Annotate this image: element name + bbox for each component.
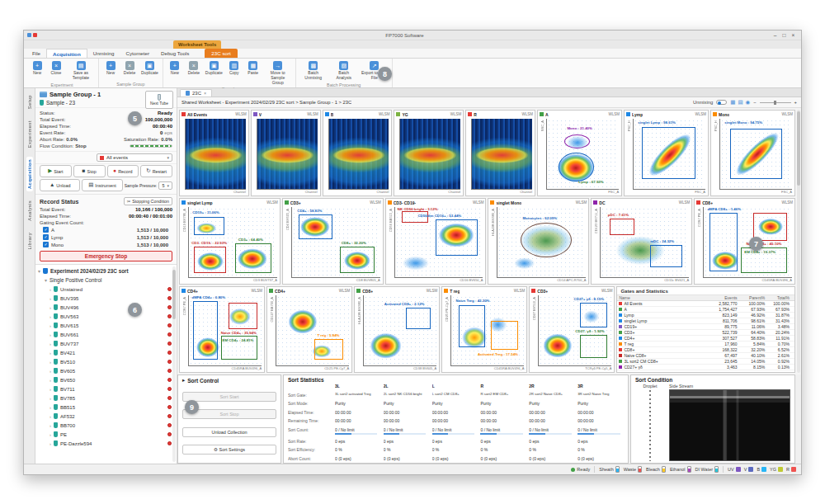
tree-item-bb515[interactable]: ›BB515: [38, 403, 177, 412]
stopping-condition-button[interactable]: ✂ Stopping Condition: [124, 197, 172, 205]
tree-group-single-positive-control[interactable]: ▾ Single Positive Control: [38, 276, 177, 285]
gate-region[interactable]: [340, 247, 375, 273]
worksheet-scrollbar[interactable]: [797, 110, 800, 373]
plot-canvas[interactable]: singlet Lymp : 98.61%FSC_HFSC_A: [633, 119, 705, 190]
gate-region[interactable]: [194, 247, 225, 273]
tree-item-af532[interactable]: ›AF532: [38, 412, 177, 421]
gate-region[interactable]: [650, 245, 681, 267]
ribbon-button-delete[interactable]: ×Delete: [121, 60, 138, 77]
ribbon-button-duplicate[interactable]: ▣Duplicate: [205, 60, 224, 77]
tree-item-bv711[interactable]: ›BV711: [38, 384, 177, 393]
checkbox-checked-icon[interactable]: ✓: [43, 242, 49, 247]
tree-item-bv605[interactable]: ›BV605: [38, 366, 177, 375]
chevron-right-icon[interactable]: ›: [50, 351, 51, 356]
chevron-right-icon[interactable]: ›: [50, 287, 51, 292]
maximize-button[interactable]: □: [780, 32, 789, 38]
transport-record-button[interactable]: ●Record: [107, 165, 139, 177]
menu-tab-unmixing[interactable]: Unmixing: [87, 49, 120, 58]
chevron-right-icon[interactable]: ›: [50, 332, 51, 337]
plot-canvas[interactable]: Channel: [257, 119, 318, 190]
chevron-right-icon[interactable]: ›: [50, 323, 51, 328]
menu-tab-cytometer[interactable]: Cytometer: [120, 49, 155, 58]
chevron-right-icon[interactable]: ›: [50, 314, 51, 319]
plot-canvas[interactable]: pDC : 7.61%mDC : 24.32%CD123 BV711_ACD11…: [600, 207, 689, 278]
chevron-right-icon[interactable]: ›: [50, 341, 51, 346]
ribbon-button-close[interactable]: ×Close: [48, 60, 64, 77]
chevron-right-icon[interactable]: ›: [50, 387, 51, 392]
tree-scrollbar[interactable]: [172, 266, 176, 462]
plot-canvas[interactable]: CD19+ : 11.06%CD3+ : 64.40%CD3- CD19- : …: [188, 207, 277, 278]
ribbon-button-move-to-sample-group[interactable]: →Move to Sample Group: [264, 60, 292, 86]
transport-stop-button[interactable]: ■Stop: [73, 165, 106, 177]
ribbon-button-batch-analysis[interactable]: ▨Batch Analysis: [330, 60, 358, 82]
ribbon-button-new[interactable]: +New: [102, 60, 119, 77]
tree-root-experiment[interactable]: ▾ Experiment 2024/02/29 23C sort: [38, 266, 177, 276]
plot-canvas[interactable]: CD4+ : 58.83%CD8+ : 32.20%CD4 BV605_ACD8…: [291, 207, 380, 278]
plot-canvas[interactable]: dMFA CD4+ : 0.80%Naive CD4+ : 35.94%EM C…: [188, 295, 262, 366]
table-view-icon[interactable]: ▤: [738, 99, 742, 106]
tree-item-bv510[interactable]: ›BV510: [38, 357, 177, 366]
emergency-stop-button[interactable]: Emergency Stop: [40, 251, 172, 261]
checkbox-checked-icon[interactable]: ✓: [43, 227, 49, 233]
tree-item-unstained[interactable]: ›Unstained: [38, 285, 177, 294]
chevron-right-icon[interactable]: ›: [50, 441, 51, 446]
plot-canvas[interactable]: Activated CD8+ : 2.12%HLA-DR BV480_ACD38…: [363, 295, 436, 366]
plot-canvas[interactable]: dMFA CD8+ : 1.46%Naive CD8+ : 40.10%EM C…: [703, 207, 792, 278]
chevron-right-icon[interactable]: ›: [50, 423, 51, 428]
tree-item-pe-dazzle594[interactable]: ›PE-Dazzle594: [38, 439, 177, 448]
chevron-right-icon[interactable]: ›: [50, 360, 51, 365]
gate-region[interactable]: [229, 303, 257, 329]
tree-item-buv496[interactable]: ›BUV496: [38, 303, 177, 312]
ribbon-button-new[interactable]: +New: [29, 60, 45, 77]
plot-canvas[interactable]: CD56dim CD16+ : 53.44%NK CD56 bright : 3…: [394, 207, 483, 278]
unmixing-toggle[interactable]: [716, 100, 727, 105]
plot-canvas[interactable]: Channel: [185, 119, 246, 190]
tree-item-buv395[interactable]: ›BUV395: [38, 294, 177, 303]
gate-region[interactable]: [580, 335, 607, 359]
chevron-right-icon[interactable]: ›: [50, 378, 51, 383]
ribbon-button-duplicate[interactable]: ▣Duplicate: [140, 60, 159, 77]
droplet-gauge-scale[interactable]: [649, 390, 651, 461]
tree-item-bv421[interactable]: ›BV421: [38, 348, 177, 357]
chevron-right-icon[interactable]: ›: [50, 296, 51, 301]
tree-item-pe[interactable]: ›PE: [38, 430, 177, 439]
sample-pressure-select[interactable]: 5▾: [158, 181, 172, 190]
plot-canvas[interactable]: T reg : 5.84%CD127 BB700_ACD25 PE-Cy7_A: [276, 295, 349, 366]
gate-region[interactable]: [642, 127, 695, 179]
plot-canvas[interactable]: Lymp : 67.93%Mono : 21.40%SSC_AFSC_A: [546, 119, 619, 190]
grid-view-icon[interactable]: ▦: [730, 99, 735, 106]
tree-item-buv563[interactable]: ›BUV563: [38, 312, 177, 321]
menu-tab-file[interactable]: File: [26, 49, 46, 58]
ribbon-button-paste[interactable]: ▦Paste: [245, 60, 262, 77]
plot-canvas[interactable]: singlet Mono : 94.75%FSC_HFSC_A: [719, 119, 792, 190]
zoom-in-button[interactable]: +: [794, 100, 797, 105]
menu-tab-debug-tools[interactable]: Debug Tools: [155, 49, 195, 58]
next-tube-button[interactable]: Next Tube: [145, 91, 173, 109]
gate-region[interactable]: [491, 321, 518, 351]
transport-instrument-button[interactable]: ▤Instrument: [82, 179, 122, 191]
transport-restart-button[interactable]: ↻Restart: [140, 165, 172, 177]
chevron-right-icon[interactable]: ›: [50, 414, 51, 419]
chevron-down-icon[interactable]: ▾: [38, 268, 40, 274]
zoom-slider[interactable]: [760, 102, 791, 103]
checkbox-checked-icon[interactable]: ✓: [43, 234, 49, 240]
gate-region[interactable]: [299, 214, 332, 240]
chevron-down-icon[interactable]: ▾: [45, 277, 47, 283]
expander-icon[interactable]: ▸: [182, 377, 185, 384]
tree-item-bv650[interactable]: ›BV650: [38, 375, 177, 384]
close-button[interactable]: ×: [789, 32, 798, 38]
chevron-right-icon[interactable]: ›: [50, 405, 51, 410]
tree-item-bv785[interactable]: ›BV785: [38, 393, 177, 403]
contextual-tab-23c-sort[interactable]: 23C sort: [205, 49, 237, 58]
side-tab-setup[interactable]: Setup: [26, 92, 33, 111]
gate-region[interactable]: [610, 219, 634, 235]
zoom-out-button[interactable]: −: [753, 100, 756, 105]
gate-region[interactable]: [580, 303, 607, 328]
minimize-button[interactable]: –: [771, 32, 780, 38]
events-filter-dropdown[interactable]: All events ▾: [97, 153, 172, 162]
ribbon-button-new[interactable]: +New: [167, 60, 183, 77]
side-tab-library[interactable]: Library: [26, 230, 33, 252]
preview-icon[interactable]: ◉: [746, 99, 751, 106]
zoom-slider-thumb[interactable]: [774, 101, 776, 105]
side-tab-experiment[interactable]: Experiment: [26, 118, 33, 150]
